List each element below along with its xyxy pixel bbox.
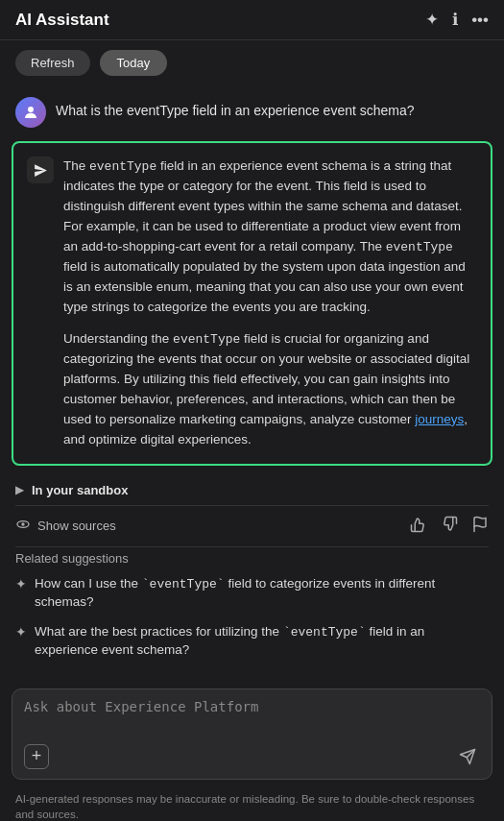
sun-icon[interactable]: ✦ [425,10,439,30]
svg-point-2 [21,522,24,525]
header: AI Assistant ✦ ℹ ••• [0,0,504,40]
thumbs-down-icon[interactable] [441,516,458,537]
ai-assistant-icon [27,157,54,183]
related-suggestions: Related suggestions ✦ How can I use the … [0,547,504,679]
journeys-link[interactable]: journeys [415,412,464,426]
feedback-icons [410,516,489,537]
question-row: What is the eventType field in an experi… [0,85,504,135]
star-icon-1: ✦ [15,576,27,592]
show-sources-label: Show sources [37,519,116,533]
today-button[interactable]: Today [100,50,168,76]
sandbox-row[interactable]: ▶ In your sandbox [0,475,504,505]
eye-icon [15,517,31,535]
eventtype-code-1: eventType [89,159,156,174]
refresh-button[interactable]: Refresh [15,50,90,76]
avatar [15,97,46,128]
show-sources-button[interactable]: Show sources [15,517,116,535]
suggestion-text-1: How can I use the `eventType` field to c… [35,575,489,612]
suggestion-item-2[interactable]: ✦ What are the best practices for utiliz… [15,623,489,660]
sources-row: Show sources [0,506,504,546]
response-text: The eventType field in an experience eve… [63,157,477,450]
svg-point-0 [28,107,34,112]
input-bottom-row: + [24,744,480,769]
sandbox-label: In your sandbox [32,483,128,497]
suggestion-text-2: What are the best practices for utilizin… [35,623,489,660]
page-title: AI Assistant [15,11,109,30]
info-icon[interactable]: ℹ [452,10,458,30]
response-box: The eventType field in an experience eve… [12,141,492,466]
thumbs-up-icon[interactable] [410,516,427,537]
related-title: Related suggestions [15,551,489,566]
footer-disclaimer: AI-generated responses may be inaccurate… [0,785,504,821]
response-header: The eventType field in an experience eve… [27,157,477,450]
chat-input[interactable] [24,699,480,734]
send-button[interactable] [455,744,480,769]
add-attachment-button[interactable]: + [24,744,49,769]
suggestion-item-1[interactable]: ✦ How can I use the `eventType` field to… [15,575,489,612]
star-icon-2: ✦ [15,624,27,640]
more-icon[interactable]: ••• [471,11,489,30]
eventtype-code-3: eventType [173,332,240,347]
header-icon-group: ✦ ℹ ••• [425,10,489,30]
input-container: + [12,688,492,780]
question-text: What is the eventType field in an experi… [56,97,415,121]
toolbar: Refresh Today [0,40,504,85]
flag-icon[interactable] [471,516,489,537]
chevron-right-icon: ▶ [15,483,24,496]
eventtype-code-2: eventType [386,240,453,254]
